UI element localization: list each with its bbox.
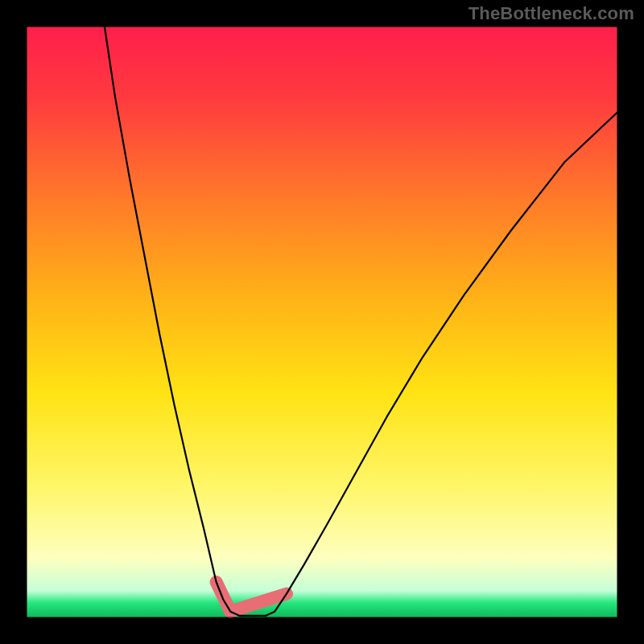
chart-stage: TheBottleneck.com <box>0 0 644 644</box>
watermark-text: TheBottleneck.com <box>469 3 634 24</box>
chart-svg <box>0 0 644 644</box>
plot-bg <box>27 27 617 617</box>
